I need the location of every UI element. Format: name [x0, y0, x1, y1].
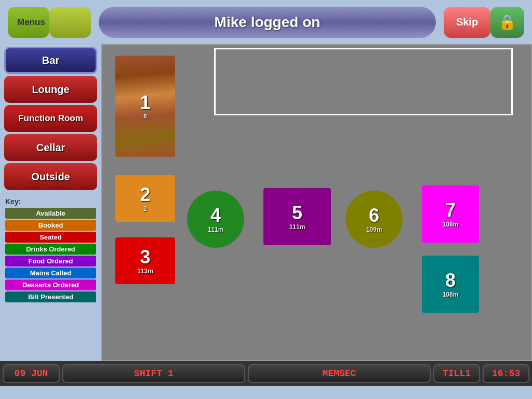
table-4-number: 4: [210, 205, 221, 226]
table-3[interactable]: 3 113m: [115, 237, 175, 284]
key-desserts-ordered: Desserts Ordered: [5, 280, 96, 290]
unknown-button[interactable]: [49, 7, 91, 38]
sidebar-item-function-room[interactable]: Function Room: [4, 105, 97, 132]
table-8-number: 8: [445, 270, 456, 291]
lock-icon: 🔒: [498, 14, 516, 31]
key-title: Key:: [5, 197, 96, 206]
white-area: [214, 48, 513, 115]
header: Menus Mike logged on Skip 🔒: [0, 0, 532, 44]
footer-till: TILL1: [433, 364, 480, 383]
table-5[interactable]: 5 111m: [263, 188, 331, 245]
sidebar: Bar Lounge Function Room Cellar Outside …: [0, 44, 101, 361]
footer-date: 09 JUN: [3, 364, 60, 383]
table-7[interactable]: 7 108m: [422, 185, 479, 243]
table-1[interactable]: 1 6: [115, 56, 175, 157]
key-section: Key: Available Booked Seated Drinks Orde…: [4, 197, 97, 303]
table-4[interactable]: 4 111m: [187, 191, 244, 248]
footer-company: MEMSEC: [248, 364, 431, 383]
login-title: Mike logged on: [215, 14, 321, 31]
menus-button[interactable]: Menus: [8, 7, 49, 38]
table-2[interactable]: 2 2: [115, 175, 175, 222]
table-6-number: 6: [369, 205, 379, 226]
sidebar-item-outside[interactable]: Outside: [4, 163, 97, 190]
main-area: Bar Lounge Function Room Cellar Outside …: [0, 44, 532, 361]
footer-shift: SHIFT 1: [62, 364, 245, 383]
table-1-number: 1: [140, 92, 150, 113]
table-8-info: 108m: [443, 291, 459, 298]
key-mains-called: Mains Called: [5, 268, 96, 278]
table-4-info: 111m: [208, 226, 224, 233]
table-6-info: 109m: [366, 226, 382, 233]
footer-time: 16:53: [483, 364, 529, 383]
title-bar: Mike logged on: [99, 7, 436, 38]
key-drinks-ordered: Drinks Ordered: [5, 244, 96, 255]
sidebar-item-cellar[interactable]: Cellar: [4, 134, 97, 161]
key-available: Available: [5, 208, 96, 219]
table-1-info: 6: [143, 113, 147, 120]
table-3-number: 3: [140, 247, 150, 268]
key-seated: Seated: [5, 232, 96, 243]
key-booked: Booked: [5, 220, 96, 231]
table-8[interactable]: 8 108m: [422, 256, 479, 313]
table-7-info: 108m: [443, 221, 459, 228]
skip-button[interactable]: Skip: [444, 7, 490, 38]
floor-plan: 1 6 2 2 3 113m 4 111m 5 111m 6 109m: [101, 44, 532, 361]
table-3-info: 113m: [137, 268, 153, 275]
sidebar-item-bar[interactable]: Bar: [4, 47, 97, 74]
key-bill-presented: Bill Presented: [5, 291, 96, 302]
footer: 09 JUN SHIFT 1 MEMSEC TILL1 16:53: [0, 361, 532, 386]
table-2-number: 2: [140, 184, 150, 205]
sidebar-item-lounge[interactable]: Lounge: [4, 76, 97, 103]
lock-button[interactable]: 🔒: [490, 7, 524, 38]
table-7-number: 7: [445, 200, 456, 221]
table-6[interactable]: 6 109m: [345, 191, 403, 248]
table-5-info: 111m: [289, 223, 305, 231]
table-5-number: 5: [292, 203, 302, 223]
table-2-info: 2: [143, 205, 147, 212]
key-food-ordered: Food Ordered: [5, 256, 96, 267]
